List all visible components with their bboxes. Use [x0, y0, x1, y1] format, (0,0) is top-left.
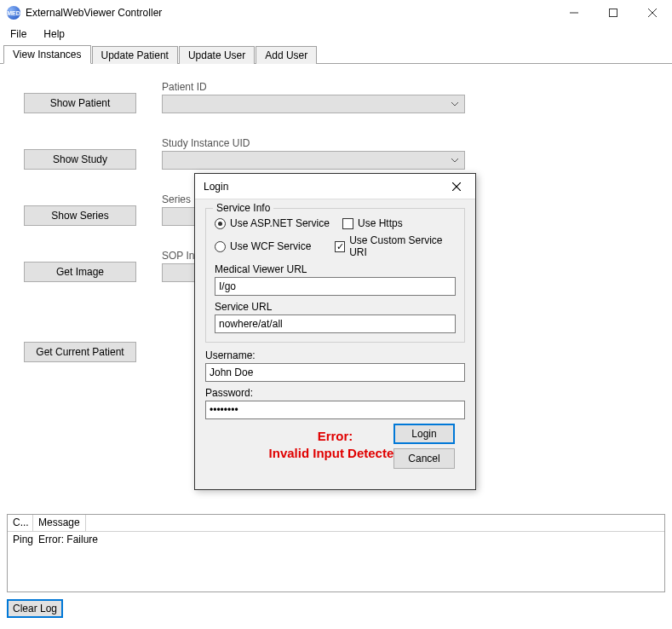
- login-button[interactable]: Login: [393, 424, 455, 444]
- radio-icon: [215, 218, 226, 229]
- study-uid-label: Study Instance UID: [162, 137, 465, 149]
- login-dialog: Login Service Info Use ASP.NET Service U…: [194, 173, 476, 490]
- medical-viewer-url-input[interactable]: [215, 277, 456, 296]
- window-titlebar: MED ExternalWebViewer Controller: [0, 0, 672, 26]
- show-study-button[interactable]: Show Study: [24, 149, 136, 170]
- service-url-label: Service URL: [215, 301, 456, 313]
- log-column-message[interactable]: Message: [33, 515, 86, 532]
- get-current-patient-button[interactable]: Get Current Patient: [24, 342, 136, 362]
- tab-add-user[interactable]: Add User: [256, 46, 317, 64]
- service-info-group: Service Info Use ASP.NET Service Use Htt…: [205, 208, 465, 343]
- log-cell-message: Error: Failure: [33, 532, 103, 549]
- patient-id-combo[interactable]: [162, 95, 465, 113]
- window-title: ExternalWebViewer Controller: [26, 7, 162, 19]
- service-url-input[interactable]: [215, 314, 456, 333]
- show-patient-button[interactable]: Show Patient: [24, 93, 136, 113]
- password-label: Password:: [205, 387, 465, 399]
- log-header: C... Message: [8, 515, 664, 532]
- dialog-title: Login: [204, 181, 228, 193]
- clear-log-button[interactable]: Clear Log: [7, 599, 63, 618]
- radio-wcf-label: Use WCF Service: [230, 240, 311, 252]
- radio-asp-net-label: Use ASP.NET Service: [230, 217, 330, 229]
- radio-asp-net[interactable]: Use ASP.NET Service: [215, 217, 342, 229]
- checkbox-custom-uri-label: Use Custom Service URI: [349, 234, 456, 258]
- chevron-down-icon: [447, 95, 462, 113]
- patient-id-label: Patient ID: [162, 81, 465, 93]
- menu-help[interactable]: Help: [40, 26, 68, 42]
- error-line2: Invalid Input Detected: [269, 446, 402, 460]
- service-info-label: Service Info: [213, 202, 273, 214]
- show-series-button[interactable]: Show Series: [24, 205, 136, 226]
- radio-icon: [215, 241, 226, 252]
- minimize-button[interactable]: [554, 0, 594, 26]
- checkbox-icon: ✓: [335, 241, 345, 252]
- username-label: Username:: [205, 349, 465, 361]
- log-cell-c: Ping: [8, 532, 33, 549]
- get-image-button[interactable]: Get Image: [24, 262, 136, 282]
- log-column-spacer: [86, 515, 664, 532]
- menu-bar: File Help: [0, 26, 672, 43]
- menu-file[interactable]: File: [7, 26, 30, 42]
- log-row[interactable]: Ping Error: Failure: [8, 532, 664, 549]
- dialog-titlebar[interactable]: Login: [195, 174, 475, 199]
- error-line1: Error:: [318, 429, 353, 443]
- maximize-button[interactable]: [594, 0, 633, 26]
- username-input[interactable]: [205, 363, 465, 382]
- password-input[interactable]: [205, 401, 465, 419]
- log-panel: C... Message Ping Error: Failure: [7, 514, 665, 592]
- cancel-button[interactable]: Cancel: [393, 448, 455, 469]
- study-uid-combo[interactable]: [162, 151, 465, 170]
- checkbox-https-label: Use Https: [358, 217, 403, 229]
- radio-wcf[interactable]: Use WCF Service: [215, 234, 335, 258]
- tab-update-patient[interactable]: Update Patient: [92, 46, 178, 64]
- checkbox-icon: [342, 218, 353, 229]
- dialog-close-button[interactable]: [438, 174, 475, 199]
- checkbox-https[interactable]: Use Https: [342, 217, 403, 229]
- chevron-down-icon: [447, 152, 462, 169]
- app-icon: MED: [7, 6, 20, 20]
- tab-update-user[interactable]: Update User: [179, 46, 255, 64]
- checkbox-custom-uri[interactable]: ✓ Use Custom Service URI: [335, 234, 456, 258]
- close-button[interactable]: [633, 0, 672, 26]
- tab-view-instances[interactable]: View Instances: [3, 45, 91, 64]
- tab-strip: View Instances Update Patient Update Use…: [0, 44, 672, 64]
- svg-rect-1: [610, 9, 617, 17]
- log-column-c[interactable]: C...: [8, 515, 33, 532]
- medical-viewer-url-label: Medical Viewer URL: [215, 263, 456, 275]
